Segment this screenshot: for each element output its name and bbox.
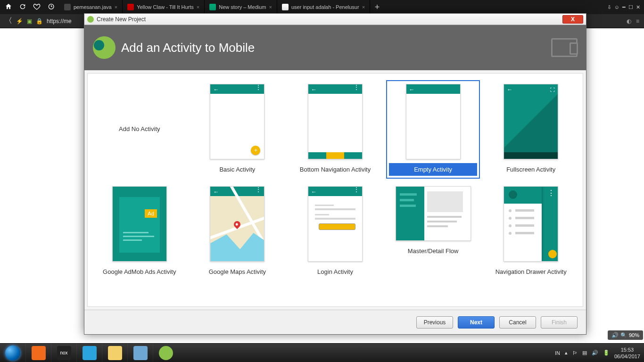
people-icon[interactable]: ☺ bbox=[614, 4, 619, 10]
close-icon[interactable]: × bbox=[197, 4, 199, 10]
taskbar-app[interactable] bbox=[127, 344, 153, 362]
template-bottom-navigation-activity[interactable]: ←⋮ Bottom Navigation Activity bbox=[288, 80, 382, 179]
favicon-icon bbox=[127, 4, 134, 10]
magnify-icon: 🔍 bbox=[620, 332, 627, 338]
favicon-icon bbox=[282, 4, 289, 10]
create-project-dialog: Create New Project X Add an Activity to … bbox=[84, 13, 586, 335]
zoom-overlay[interactable]: 🔊 🔍 90% bbox=[608, 330, 643, 340]
dialog-footer: Previous Next Cancel Finish bbox=[84, 310, 586, 334]
history-icon[interactable] bbox=[47, 3, 55, 11]
template-label: Empty Activity bbox=[389, 163, 478, 176]
android-icon: ▣ bbox=[27, 18, 32, 25]
template-label: Bottom Navigation Activity bbox=[296, 164, 374, 175]
lock-icon: 🔒 bbox=[36, 18, 43, 25]
template-master-detail-flow[interactable]: Master/Detail Flow bbox=[386, 182, 480, 280]
ad-badge: Ad bbox=[145, 209, 157, 218]
cancel-button[interactable]: Cancel bbox=[499, 316, 536, 329]
clock-time: 15:53 bbox=[614, 346, 640, 353]
device-icon bbox=[551, 38, 578, 57]
close-icon[interactable]: × bbox=[269, 4, 272, 10]
template-thumb bbox=[112, 84, 167, 159]
downloads-icon[interactable]: ⇩ bbox=[607, 4, 611, 10]
template-add-no-activity[interactable]: Add No Activity bbox=[92, 80, 187, 179]
chevron-up-icon[interactable]: ▴ bbox=[565, 350, 568, 356]
browser-tab[interactable]: Yellow Claw - Till It Hurts× bbox=[123, 0, 205, 14]
template-thumb: ←⋮ bbox=[308, 84, 363, 159]
browser-tabstrip: pemesanan.java× Yellow Claw - Till It Hu… bbox=[0, 0, 644, 14]
reload-icon[interactable] bbox=[19, 3, 26, 11]
minimize-icon[interactable]: ━ bbox=[622, 4, 626, 10]
template-label: Google AdMob Ads Activity bbox=[99, 266, 180, 277]
next-button[interactable]: Next bbox=[458, 316, 495, 329]
template-fullscreen-activity[interactable]: ← ⛶ Fullscreen Activity bbox=[484, 80, 578, 179]
close-button[interactable]: X bbox=[562, 15, 583, 24]
template-thumb: ←⋮ bbox=[210, 186, 264, 262]
volume-icon: 🔊 bbox=[611, 332, 619, 338]
taskbar-app[interactable]: nox bbox=[51, 344, 76, 362]
back-icon[interactable]: 〈 bbox=[5, 16, 12, 26]
browser-tab[interactable]: user input adalah - Penelusur× bbox=[277, 0, 370, 14]
taskbar: nox IN ▴ 🏳 ▤ 🔊 🔋 15:53 06/04/2017 bbox=[0, 343, 644, 362]
template-empty-activity[interactable]: ← Empty Activity bbox=[386, 80, 480, 179]
finish-button: Finish bbox=[541, 316, 578, 329]
start-button[interactable] bbox=[0, 344, 25, 362]
template-thumb: ←⋮ bbox=[210, 84, 264, 159]
clock[interactable]: 15:53 06/04/2017 bbox=[614, 346, 640, 360]
clock-date: 06/04/2017 bbox=[614, 353, 640, 360]
template-label: Login Activity bbox=[314, 266, 357, 277]
template-thumb: ⋮ bbox=[504, 186, 558, 262]
template-thumb: ← bbox=[406, 84, 461, 159]
dialog-header: Add an Activity to Mobile bbox=[84, 25, 586, 70]
new-tab-button[interactable]: + bbox=[370, 0, 384, 14]
favicon-icon bbox=[64, 4, 71, 10]
rocket-icon[interactable]: ⚡ bbox=[16, 18, 23, 25]
template-basic-activity[interactable]: ←⋮ Basic Activity bbox=[190, 80, 285, 179]
zoom-value: 90% bbox=[629, 332, 639, 338]
template-label: Basic Activity bbox=[215, 164, 259, 175]
template-label: Fullscreen Activity bbox=[503, 164, 559, 175]
url-text[interactable]: https://me bbox=[47, 18, 72, 25]
taskbar-app[interactable] bbox=[153, 344, 178, 362]
template-gallery: Add No Activity ←⋮ Basic Activity ←⋮ Bot… bbox=[87, 73, 583, 307]
template-thumb: ← ⛶ bbox=[504, 84, 558, 159]
template-label: Master/Detail Flow bbox=[404, 246, 462, 256]
input-language[interactable]: IN bbox=[555, 350, 560, 356]
dialog-titlebar[interactable]: Create New Project X bbox=[84, 14, 586, 25]
close-icon[interactable]: × bbox=[115, 4, 117, 10]
network-icon[interactable]: ▤ bbox=[582, 350, 587, 356]
template-label: Google Maps Activity bbox=[205, 266, 270, 277]
extension-icon[interactable]: ◐ bbox=[627, 18, 631, 25]
browser-tab[interactable]: pemesanan.java× bbox=[59, 0, 123, 14]
close-icon[interactable]: × bbox=[362, 4, 365, 10]
dialog-heading: Add an Activity to Mobile bbox=[121, 41, 255, 55]
heart-icon[interactable] bbox=[33, 3, 41, 11]
system-tray[interactable]: IN ▴ 🏳 ▤ 🔊 🔋 15:53 06/04/2017 bbox=[551, 346, 644, 360]
template-thumb: ←⋮ bbox=[308, 186, 363, 262]
battery-icon[interactable]: 🔋 bbox=[603, 350, 610, 356]
volume-icon[interactable]: 🔊 bbox=[592, 350, 598, 356]
android-studio-icon bbox=[87, 16, 94, 23]
template-label: Navigation Drawer Activity bbox=[492, 266, 570, 277]
favicon-icon bbox=[209, 4, 216, 10]
maximize-icon[interactable]: ☐ bbox=[628, 4, 633, 10]
android-studio-logo-icon bbox=[93, 36, 116, 59]
taskbar-app[interactable] bbox=[25, 344, 51, 362]
template-admob-activity[interactable]: Ad Google AdMob Ads Activity bbox=[92, 182, 187, 280]
dialog-title: Create New Project bbox=[97, 16, 146, 23]
template-label: Add No Activity bbox=[115, 123, 164, 134]
taskbar-app[interactable] bbox=[102, 344, 127, 362]
taskbar-app[interactable] bbox=[76, 344, 102, 362]
flag-icon[interactable]: 🏳 bbox=[572, 350, 578, 356]
template-login-activity[interactable]: ←⋮ Login Activity bbox=[288, 182, 382, 280]
template-thumb bbox=[396, 186, 471, 241]
close-icon[interactable]: ✕ bbox=[636, 4, 640, 10]
template-navigation-drawer-activity[interactable]: ⋮ Navigation Drawer Activity bbox=[484, 182, 578, 280]
menu-icon[interactable]: ≡ bbox=[636, 18, 639, 25]
browser-tab[interactable]: New story – Medium× bbox=[205, 0, 277, 14]
previous-button[interactable]: Previous bbox=[416, 316, 453, 329]
windows-orb-icon bbox=[5, 346, 20, 361]
template-maps-activity[interactable]: ←⋮ Google Maps Activity bbox=[190, 182, 285, 280]
template-thumb: Ad bbox=[112, 186, 167, 262]
home-icon[interactable] bbox=[5, 3, 12, 11]
